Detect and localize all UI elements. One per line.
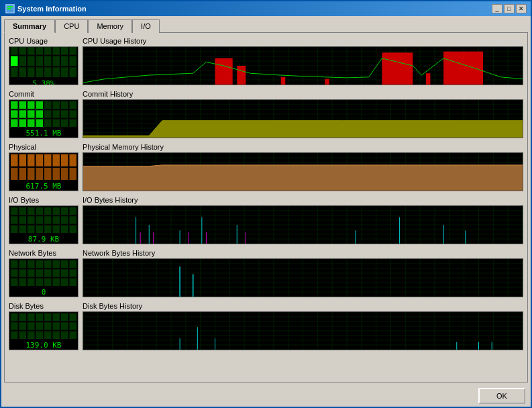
- commit-right: Commit History: [83, 90, 523, 138]
- close-button[interactable]: ✕: [516, 4, 527, 13]
- disk-bytes-label: Disk Bytes: [9, 302, 78, 310]
- io-history-label: I/O Bytes History: [83, 196, 523, 204]
- io-bytes-row: I/O Bytes 87.9 KB I/O Bytes History: [9, 196, 523, 244]
- content-area: Summary CPU Memory I/O CPU Usage 5.38%: [1, 16, 531, 385]
- network-history-chart: [83, 258, 523, 297]
- cpu-usage-label: CPU Usage: [9, 37, 78, 45]
- network-bytes-value: 0: [42, 288, 46, 297]
- title-bar-left: System Information: [5, 4, 87, 13]
- title-controls: _ □ ✕: [492, 4, 527, 13]
- disk-bytes-right: Disk Bytes History: [83, 302, 523, 350]
- physical-history-chart: [83, 152, 523, 191]
- io-bytes-gauge: 87.9 KB: [9, 205, 78, 244]
- physical-right: Physical Memory History: [83, 143, 523, 191]
- tab-memory[interactable]: Memory: [88, 19, 132, 33]
- cpu-usage-row: CPU Usage 5.38% CPU Usage History: [9, 37, 523, 85]
- io-bytes-label: I/O Bytes: [9, 196, 78, 204]
- io-bytes-right: I/O Bytes History: [83, 196, 523, 244]
- cpu-history-chart: [83, 46, 523, 85]
- io-bytes-left: I/O Bytes 87.9 KB: [9, 196, 78, 244]
- minimize-button[interactable]: _: [492, 4, 502, 13]
- network-history-label: Network Bytes History: [83, 249, 523, 257]
- physical-label: Physical: [9, 143, 78, 151]
- io-history-chart: [83, 205, 523, 244]
- physical-left: Physical 617.5 MB: [9, 143, 78, 191]
- network-bytes-left: Network Bytes 0: [9, 249, 78, 297]
- maximize-button[interactable]: □: [504, 4, 515, 13]
- disk-bytes-row: Disk Bytes 139.0 KB Disk Bytes History: [9, 302, 523, 350]
- ok-button[interactable]: OK: [478, 388, 525, 404]
- network-bytes-label: Network Bytes: [9, 249, 78, 257]
- cpu-usage-left: CPU Usage 5.38%: [9, 37, 78, 85]
- tab-io[interactable]: I/O: [132, 19, 160, 33]
- io-bytes-value: 87.9 KB: [28, 235, 59, 244]
- cpu-usage-gauge: 5.38%: [9, 46, 78, 85]
- physical-value: 617.5 MB: [26, 182, 62, 191]
- title-bar: System Information _ □ ✕: [1, 1, 531, 16]
- tab-summary[interactable]: Summary: [4, 19, 55, 33]
- button-bar: OK: [1, 385, 531, 407]
- disk-bytes-left: Disk Bytes 139.0 KB: [9, 302, 78, 350]
- commit-history-label: Commit History: [83, 90, 523, 98]
- commit-gauge: 551.1 MB: [9, 99, 78, 138]
- disk-history-chart: [83, 311, 523, 350]
- network-bytes-row: Network Bytes 0 Network Bytes History: [9, 249, 523, 297]
- disk-bytes-value: 139.0 KB: [26, 341, 62, 350]
- main-window: System Information _ □ ✕ Summary CPU Mem…: [0, 0, 532, 408]
- svg-rect-1: [7, 6, 13, 7]
- network-bytes-gauge: 0: [9, 258, 78, 297]
- cpu-history-label: CPU Usage History: [83, 37, 523, 45]
- cpu-usage-right: CPU Usage History: [83, 37, 523, 85]
- physical-row: Physical 617.5 MB Physical Memory Histor…: [9, 143, 523, 191]
- disk-bytes-gauge: 139.0 KB: [9, 311, 78, 350]
- app-icon: [5, 4, 15, 13]
- commit-label: Commit: [9, 90, 78, 98]
- tab-bar: Summary CPU Memory I/O: [4, 19, 528, 32]
- commit-row: Commit 551.1 MB Commit History: [9, 90, 523, 138]
- tab-content-summary: CPU Usage 5.38% CPU Usage History: [4, 32, 528, 382]
- commit-value: 551.1 MB: [26, 129, 62, 138]
- window-title: System Information: [17, 5, 87, 13]
- cpu-usage-value: 5.38%: [32, 79, 54, 86]
- commit-history-chart: [83, 99, 523, 138]
- physical-history-label: Physical Memory History: [83, 143, 523, 151]
- physical-gauge: 617.5 MB: [9, 152, 78, 191]
- svg-rect-2: [7, 8, 11, 9]
- commit-left: Commit 551.1 MB: [9, 90, 78, 138]
- network-bytes-right: Network Bytes History: [83, 249, 523, 297]
- disk-history-label: Disk Bytes History: [83, 302, 523, 310]
- tab-cpu[interactable]: CPU: [55, 19, 88, 33]
